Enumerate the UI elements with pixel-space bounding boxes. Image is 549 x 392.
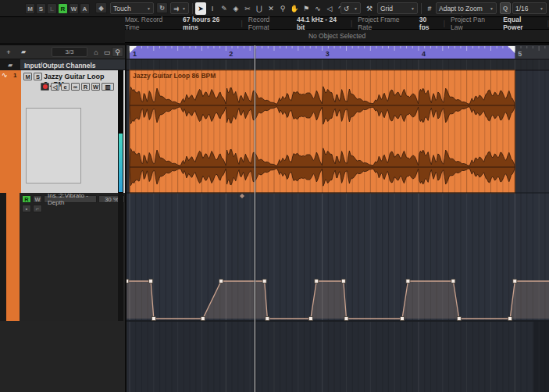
folder-icon[interactable]: ▰ [0, 59, 20, 70]
automation-indent [0, 193, 6, 321]
solo-button[interactable]: S [34, 73, 42, 80]
global-l-button[interactable]: L [47, 3, 57, 14]
status-label: Project Pan Law [451, 16, 497, 31]
play-tool[interactable]: ◁ [324, 2, 335, 15]
chevron-down-icon: ▼ [182, 6, 186, 11]
toolbar-separator [421, 3, 422, 14]
automation-point[interactable] [219, 280, 223, 283]
marker-tool[interactable]: ⚑ [301, 2, 312, 15]
automation-point[interactable] [344, 317, 348, 321]
chevron-down-icon: ▼ [147, 6, 151, 11]
ruler-bar-label: 3 [326, 50, 330, 58]
automation-curve-button[interactable]: ⌐ [33, 205, 42, 212]
status-label: Record Format [248, 16, 291, 31]
track-picture-box[interactable] [26, 108, 81, 184]
info-line-message: No Object Selected [308, 32, 365, 40]
audio-track-icon: ∿ [2, 71, 8, 79]
read-automation-button[interactable]: R [22, 195, 31, 203]
object-selection-tool[interactable]: ➤ [195, 2, 206, 15]
audio-event[interactable]: Jazzy Guitar Loop 86 BPM [130, 70, 515, 193]
ruler[interactable]: 12345 [130, 46, 545, 59]
glue-tool[interactable]: ⋃ [254, 2, 265, 15]
status-separator: | [351, 20, 352, 27]
automation-point[interactable] [508, 317, 512, 321]
global-r-button[interactable]: R [58, 3, 68, 14]
track-color-strip[interactable] [0, 70, 21, 193]
track-list-toolbar: + ▰ 3/3 ⌂ ▭ ⚲ [0, 45, 125, 59]
automation-point[interactable] [152, 317, 155, 321]
automation-point[interactable] [149, 280, 153, 283]
automation-parameter-selector[interactable]: Ins.:2:Vibrato - Depth [44, 195, 97, 203]
monitor-button[interactable]: ◁ [51, 83, 59, 91]
status-value[interactable]: 44.1 kHz - 24 bit [297, 16, 345, 31]
add-folder-button[interactable]: ▰ [17, 47, 30, 57]
status-value[interactable]: Equal Power [503, 16, 542, 31]
automation-point[interactable] [451, 280, 455, 283]
automation-track-header[interactable]: R W Ins.:2:Vibrato - Depth 30 % ▪ ⌐ [0, 193, 125, 321]
hand-tool[interactable]: ✋ [289, 2, 300, 15]
read-automation-button[interactable]: R [81, 83, 90, 91]
automation-point[interactable] [201, 317, 205, 321]
status-value[interactable]: 67 hours 26 mins [183, 16, 236, 31]
record-enable-button[interactable] [41, 83, 49, 91]
automation-mode-dropdown[interactable]: Touch ▼ [110, 2, 154, 14]
draw-tool[interactable]: ✎ [219, 2, 230, 15]
edit-channel-button[interactable]: e [61, 83, 70, 91]
automation-mode-icon[interactable]: ◆ [95, 2, 107, 13]
reset-automation-button[interactable]: ↻ [156, 2, 168, 13]
mute-tool[interactable]: ✕ [266, 2, 276, 15]
global-w-button[interactable]: W [69, 3, 79, 14]
audio-track-header[interactable]: ∿ 1 M S Jazzy Guitar Loop 8...PM ◁ e ∞ R… [0, 70, 125, 193]
track-visibility-pager[interactable]: 3/3 [52, 47, 87, 57]
track-number: 1 [13, 72, 16, 79]
chevron-down-icon: ▼ [354, 6, 358, 11]
ruler-bar-label: 5 [518, 50, 522, 58]
automation-point[interactable] [457, 317, 461, 321]
folder-track-io-channels[interactable]: ▰ Input/Output Channels [0, 59, 125, 70]
automation-point[interactable] [401, 317, 405, 321]
snap-toggle-button[interactable]: ⚒ [364, 2, 375, 15]
tool-buttons: ➤I✎◈✂⋃✕⚲✋⚑∿◁↷ [195, 2, 347, 15]
global-s-button[interactable]: S [36, 3, 46, 14]
mute-button[interactable]: M [23, 73, 32, 80]
snap-type-dropdown[interactable]: Grid ▼ [377, 2, 418, 14]
automation-point[interactable] [308, 317, 312, 321]
global-m-button[interactable]: M [25, 3, 35, 14]
ruler-bar-label: 1 [133, 50, 137, 58]
range-selection-tool[interactable]: I [207, 2, 218, 15]
automation-mode-label: Touch [113, 5, 131, 12]
level-meter [118, 70, 123, 193]
quantize-dropdown[interactable]: 1/16 ▼ [512, 2, 547, 14]
automation-point[interactable] [406, 280, 410, 283]
grid-type-label: Adapt to Zoom [439, 5, 483, 12]
track-color-strip[interactable] [6, 193, 20, 321]
automation-point[interactable] [513, 280, 517, 283]
status-value[interactable]: 30 fps [419, 16, 438, 31]
cubase-project-window: { "top_toolbar": { "track_state_buttons"… [0, 0, 549, 392]
color-tool-dropdown[interactable]: ↺ ▼ [340, 2, 361, 14]
find-track-button[interactable]: ⚲ [112, 47, 123, 57]
write-automation-button[interactable]: W [91, 83, 100, 91]
automation-point[interactable] [266, 317, 269, 321]
global-a-button[interactable]: A [80, 3, 90, 14]
write-automation-button[interactable]: W [33, 195, 42, 203]
autoscroll-button[interactable]: ⇉ ▼ [170, 2, 189, 14]
automation-point[interactable] [127, 280, 129, 283]
home-button[interactable]: ⌂ [91, 47, 102, 57]
freeze-button[interactable]: ∞ [71, 83, 80, 91]
line-tool[interactable]: ∿ [312, 2, 323, 15]
channel-strip-icon[interactable]: ▥ [102, 83, 114, 91]
event-display-area[interactable]: 12345Jazzy Guitar Loop 86 BPM [127, 45, 549, 392]
layout-button[interactable]: ▭ [102, 47, 112, 57]
automation-point[interactable] [262, 280, 266, 283]
erase-tool[interactable]: ◈ [230, 2, 241, 15]
mute-automation-button[interactable]: ▪ [22, 205, 31, 212]
track-list-empty-area[interactable] [0, 321, 125, 392]
automation-point[interactable] [341, 280, 345, 283]
grid-type-dropdown[interactable]: Adapt to Zoom ▼ [436, 2, 497, 14]
quantize-icon[interactable]: Q [500, 2, 511, 14]
zoom-tool[interactable]: ⚲ [277, 2, 288, 15]
split-tool[interactable]: ✂ [242, 2, 253, 15]
add-track-button[interactable]: + [3, 47, 14, 57]
automation-point[interactable] [315, 280, 319, 283]
